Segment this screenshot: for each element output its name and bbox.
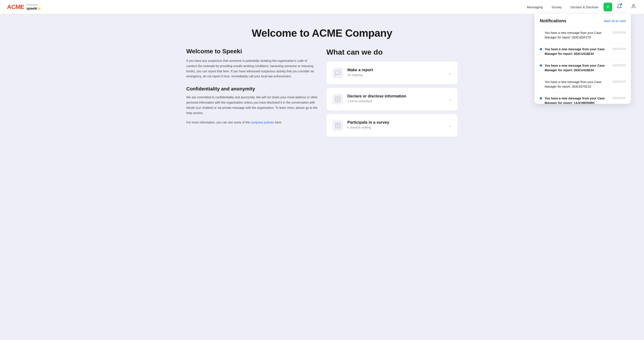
survey-card[interactable]: Participate in a survey 0 surveys waitin… [326,114,458,137]
notif-date-5: 2023/01/15 [612,97,626,100]
notification-indicator [620,3,622,5]
bell-icon [617,4,622,10]
notif-text-2: You have a new message from your Case Ma… [544,47,610,56]
notif-text-4: You have a new message from your Case Ma… [544,80,610,89]
declare-disclose-title: Declare or disclose information [348,94,444,99]
nav-declare-disclose[interactable]: Declare & Disclose [570,5,598,9]
notification-item-3[interactable]: You have a new message from your Case Ma… [534,60,631,76]
declare-disclose-icon [332,94,343,104]
notifications-panel: Notifications Mark all as read You have … [534,14,631,104]
logo-group: ACME Powered by speeki⚡ [7,3,42,10]
survey-body: Participate in a survey 0 surveys waitin… [348,120,444,129]
content-area: Welcome to Speeki If you have any suspic… [169,48,475,153]
notif-content-1: You have a new message from your Case Ma… [544,31,610,40]
more-info-text: For more information, you can see some o… [186,120,318,125]
user-icon [631,4,636,10]
more-info-suffix: here. [275,121,282,124]
survey-icon [332,120,343,131]
company-policies-link[interactable]: company policies [251,121,274,124]
notifications-button[interactable] [616,3,623,11]
mark-all-read-button[interactable]: Mark all as read [604,19,626,23]
declare-disclose-body: Declare or disclose information 1 forms … [348,94,444,103]
make-report-title: Make a report [348,68,444,72]
welcome-text: If you have any suspicions that someone … [186,58,318,79]
speeki-logo: speeki⚡ [26,6,42,10]
survey-chevron: ⌄ [448,123,452,128]
unread-dot-2 [540,48,542,50]
notification-item-5[interactable]: You have a new message from your Case Ma… [534,92,631,104]
notif-text-5: You have a new message from your Case Ma… [544,96,610,104]
right-column: What can we do Make a report 16 ongoing … [326,48,458,140]
declare-disclose-card[interactable]: Declare or disclose information 1 forms … [326,88,458,111]
powered-by-label: Powered by [26,4,42,6]
unread-dot-3 [540,64,542,67]
notif-content-5: You have a new message from your Case Ma… [544,96,610,104]
confidentiality-title: Confidentiality and anonymity [186,86,318,92]
notif-date-4: 2023/01/15 [612,80,626,83]
confidentiality-text: We are committed to confidentiality and … [186,95,318,116]
more-info-prefix: For more information, you can see some o… [186,121,250,124]
make-report-subtitle: 16 ongoing [348,73,444,77]
notification-item-4[interactable]: You have a new message from your Case Ma… [534,76,631,92]
notif-text-3: You have a new message from your Case Ma… [544,63,610,73]
make-report-card[interactable]: Make a report 16 ongoing ⌄ [326,62,458,84]
make-report-icon [332,68,343,78]
notif-date-2: 2023/01/16 [612,47,626,50]
notif-text-1: You have a new message from your Case Ma… [544,31,610,40]
svg-point-0 [632,4,634,6]
nav-divider [626,4,626,10]
declare-disclose-chevron: ⌄ [448,97,452,102]
unread-dot-1 [540,32,542,34]
notifications-title: Notifications [540,18,566,23]
notification-item-1[interactable]: You have a new message from your Case Ma… [534,27,631,43]
welcome-speeki-title: Welcome to Speeki [186,48,318,55]
unread-dot-5 [540,97,542,99]
notif-date-3: 2023/01/15 [612,64,626,67]
speeki-branding: Powered by speeki⚡ [26,4,42,10]
unread-dot-4 [540,81,542,83]
add-button[interactable]: + [604,3,612,11]
notif-date-1: 2023/01/16 [612,31,626,34]
navbar: ACME Powered by speeki⚡ Messaging Survey… [0,0,644,14]
nav-survey[interactable]: Survey [552,5,562,9]
acme-logo: ACME [7,3,24,10]
notif-content-4: You have a new message from your Case Ma… [544,80,610,89]
svg-rect-1 [336,97,340,102]
declare-disclose-subtitle: 1 forms submitted [348,99,444,103]
survey-subtitle: 0 surveys waiting [348,126,444,129]
user-profile-button[interactable] [630,3,637,11]
nav-messaging[interactable]: Messaging [527,5,543,9]
left-column: Welcome to Speeki If you have any suspic… [186,48,318,140]
notifications-header: Notifications Mark all as read [534,14,631,27]
survey-title: Participate in a survey [348,120,444,125]
make-report-chevron: ⌄ [448,71,452,75]
nav-links: Messaging Survey Declare & Disclose [527,5,598,9]
what-can-title: What can we do [326,48,458,56]
notification-item-2[interactable]: You have a new message from your Case Ma… [534,43,631,60]
notif-content-3: You have a new message from your Case Ma… [544,63,610,73]
notifications-list: You have a new message from your Case Ma… [534,27,631,104]
nav-actions: + [604,3,637,11]
make-report-body: Make a report 16 ongoing [348,68,444,77]
notif-content-2: You have a new message from your Case Ma… [544,47,610,56]
